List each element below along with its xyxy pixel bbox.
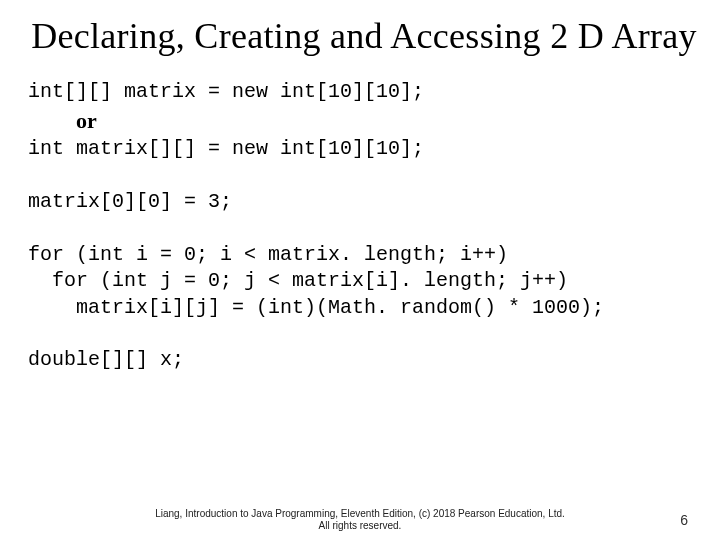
code-line-1: int[][] matrix = new int[10][10];: [28, 80, 424, 103]
code-line-6: matrix[i][j] = (int)(Math. random() * 10…: [28, 296, 604, 319]
slide-title: Declaring, Creating and Accessing 2 D Ar…: [28, 16, 700, 57]
code-line-3: matrix[0][0] = 3;: [28, 190, 232, 213]
code-line-4: for (int i = 0; i < matrix. length; i++): [28, 243, 508, 266]
slide: Declaring, Creating and Accessing 2 D Ar…: [0, 0, 720, 540]
page-number: 6: [680, 512, 688, 528]
code-line-5: for (int j = 0; j < matrix[i]. length; j…: [28, 269, 568, 292]
footer: Liang, Introduction to Java Programming,…: [0, 508, 720, 532]
footer-line-2: All rights reserved.: [319, 520, 402, 531]
code-line-7: double[][] x;: [28, 348, 184, 371]
footer-line-1: Liang, Introduction to Java Programming,…: [155, 508, 565, 519]
svg-point-2: [592, 446, 706, 493]
code-or: or: [76, 108, 97, 133]
code-block: int[][] matrix = new int[10][10]; or int…: [28, 79, 700, 373]
code-line-2: int matrix[][] = new int[10][10];: [28, 137, 424, 160]
svg-point-3: [592, 427, 706, 510]
